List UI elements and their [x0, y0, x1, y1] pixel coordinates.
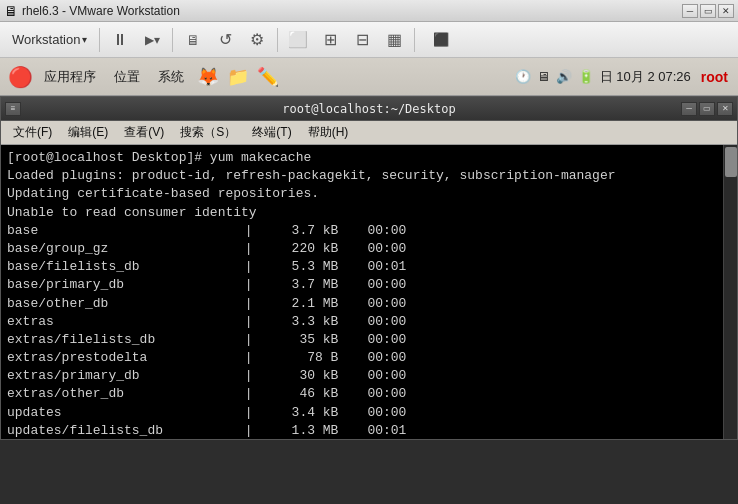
terminal-data-row: base/filelists_db | 5.3 MB00:01 — [7, 258, 731, 276]
files-icon[interactable]: 📁 — [224, 63, 252, 91]
terminal-text: [root@localhost Desktop]# yum makecache — [7, 149, 311, 167]
terminal-file-menu[interactable]: 文件(F) — [5, 122, 60, 143]
settings-button[interactable]: ⚙ — [243, 27, 271, 53]
edit-icon[interactable]: ✏️ — [254, 63, 282, 91]
view-button[interactable]: ⊞ — [316, 27, 344, 53]
terminal-controls: ─ ▭ ✕ — [681, 102, 733, 116]
play-dropdown-button[interactable]: ▶▾ — [138, 27, 166, 53]
workstation-menu[interactable]: Workstation ▾ — [6, 30, 93, 49]
terminal-data-row: extras/other_db | 46 kB00:00 — [7, 385, 731, 403]
terminal-menubar: 文件(F) 编辑(E) 查看(V) 搜索（S） 终端(T) 帮助(H) — [1, 121, 737, 145]
firefox-icon[interactable]: 🦊 — [194, 63, 222, 91]
terminal-data-row: base/group_gz | 220 kB00:00 — [7, 240, 731, 258]
terminal-data-row: updates/filelists_db | 1.3 MB00:01 — [7, 422, 731, 439]
terminal-data-row: base | 3.7 kB00:00 — [7, 222, 731, 240]
terminal-titlebar: ≡ root@localhost:~/Desktop ─ ▭ ✕ — [1, 97, 737, 121]
terminal-data-row: updates | 3.4 kB00:00 — [7, 404, 731, 422]
window-titlebar: 🖥 rhel6.3 - VMware Workstation ─ ▭ ✕ — [0, 0, 738, 22]
toolbar-separator-4 — [414, 28, 415, 52]
window-title: rhel6.3 - VMware Workstation — [22, 4, 682, 18]
guest-toolbar: 🔴 应用程序 位置 系统 🦊 📁 ✏️ 🕐 🖥 🔊 🔋 日 10月 2 07:2… — [0, 58, 738, 96]
clock-display: 日 10月 2 07:26 — [600, 68, 691, 86]
terminal-edit-menu[interactable]: 编辑(E) — [60, 122, 116, 143]
terminal-data-row: extras/prestodelta | 78 B00:00 — [7, 349, 731, 367]
pause-button[interactable]: ⏸ — [106, 27, 134, 53]
terminal-data-row: extras/filelists_db | 35 kB00:00 — [7, 331, 731, 349]
terminal-line-4: Unable to read consumer identity — [7, 204, 731, 222]
help-button[interactable]: ⬛ — [421, 27, 461, 53]
close-button[interactable]: ✕ — [718, 4, 734, 18]
terminal-data-row: extras | 3.3 kB00:00 — [7, 313, 731, 331]
terminal-data-row: base/other_db | 2.1 MB00:00 — [7, 295, 731, 313]
window-controls: ─ ▭ ✕ — [682, 4, 734, 18]
toolbar-separator-3 — [277, 28, 278, 52]
terminal-text: Updating certificate-based repositories. — [7, 185, 319, 203]
clock-icon: 🕐 — [515, 69, 531, 84]
terminal-scrollbar[interactable] — [723, 145, 737, 439]
terminal-close-btn[interactable]: ✕ — [717, 102, 733, 116]
user-badge: root — [697, 69, 732, 85]
workstation-label: Workstation — [12, 32, 80, 47]
network-icon: 🖥 — [537, 69, 550, 84]
status-area: 🕐 🖥 🔊 🔋 日 10月 2 07:26 root — [515, 68, 732, 86]
terminal-help-menu[interactable]: 帮助(H) — [300, 122, 357, 143]
places-menu[interactable]: 位置 — [106, 66, 148, 88]
terminal-content[interactable]: [root@localhost Desktop]# yum makecache … — [1, 145, 737, 439]
workstation-dropdown-icon: ▾ — [82, 34, 87, 45]
terminal-menu-btn[interactable]: ≡ — [5, 102, 21, 116]
terminal-maximize-btn[interactable]: ▭ — [699, 102, 715, 116]
terminal-text: Unable to read consumer identity — [7, 204, 257, 222]
terminal-title: root@localhost:~/Desktop — [282, 102, 455, 116]
refresh-button[interactable]: ↺ — [211, 27, 239, 53]
terminal-line-3: Updating certificate-based repositories. — [7, 185, 731, 203]
usb-button[interactable]: ⊟ — [348, 27, 376, 53]
terminal-line-2: Loaded plugins: product-id, refresh-pack… — [7, 167, 731, 185]
terminal-line-1: [root@localhost Desktop]# yum makecache — [7, 149, 731, 167]
toolbar-separator-2 — [172, 28, 173, 52]
fullscreen-button[interactable]: ⬜ — [284, 27, 312, 53]
terminal-data-row: base/primary_db | 3.7 MB00:00 — [7, 276, 731, 294]
terminal-view-menu[interactable]: 查看(V) — [116, 122, 172, 143]
terminal-data-row: extras/primary_db | 30 kB00:00 — [7, 367, 731, 385]
terminal-minimize-btn[interactable]: ─ — [681, 102, 697, 116]
display-button[interactable]: ▦ — [380, 27, 408, 53]
clock-area: 日 10月 2 07:26 — [600, 68, 691, 86]
terminal-text: Loaded plugins: product-id, refresh-pack… — [7, 167, 616, 185]
restore-button[interactable]: ▭ — [700, 4, 716, 18]
vmware-toolbar: Workstation ▾ ⏸ ▶▾ 🖥 ↺ ⚙ ⬜ ⊞ ⊟ ▦ ⬛ — [0, 22, 738, 58]
battery-icon: 🔋 — [578, 69, 594, 84]
terminal-terminal-menu[interactable]: 终端(T) — [244, 122, 299, 143]
applications-menu[interactable]: 应用程序 — [36, 66, 104, 88]
system-menu[interactable]: 系统 — [150, 66, 192, 88]
scrollbar-thumb[interactable] — [725, 147, 737, 177]
terminal-search-menu[interactable]: 搜索（S） — [172, 122, 244, 143]
toolbar-separator-1 — [99, 28, 100, 52]
minimize-button[interactable]: ─ — [682, 4, 698, 18]
rhel-logo: 🔴 — [6, 63, 34, 91]
volume-icon: 🔊 — [556, 69, 572, 84]
terminal-window: ≡ root@localhost:~/Desktop ─ ▭ ✕ 文件(F) 编… — [0, 96, 738, 440]
terminal-data-rows: base | 3.7 kB00:00base/group_gz | 220 kB… — [7, 222, 731, 439]
snapshot-button[interactable]: 🖥 — [179, 27, 207, 53]
window-icon: 🖥 — [4, 3, 18, 19]
terminal-left-controls: ≡ — [5, 102, 21, 116]
